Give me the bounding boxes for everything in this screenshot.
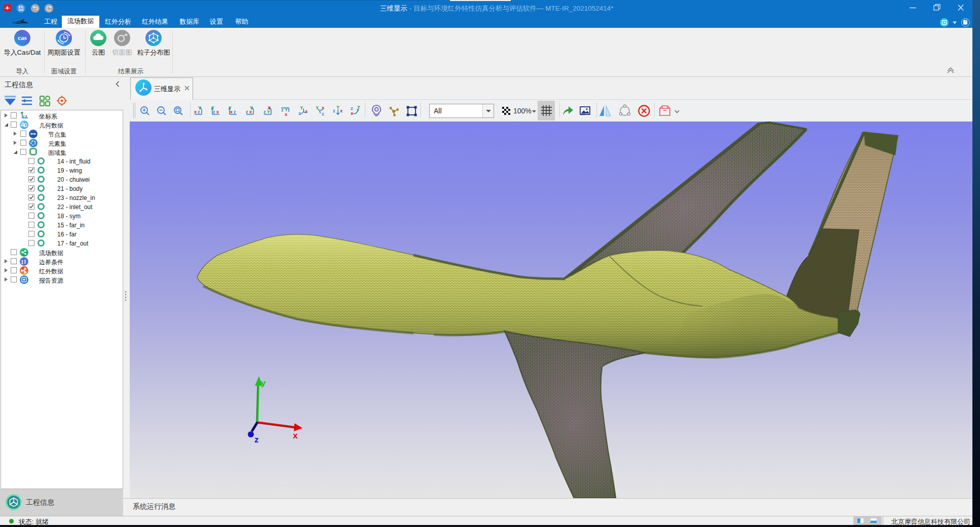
svg-text:z: z xyxy=(333,108,335,113)
svg-text:Y: Y xyxy=(267,109,270,114)
svg-text:x: x xyxy=(305,109,308,114)
svg-text:Y: Y xyxy=(336,105,340,110)
svg-text:x: x xyxy=(340,108,343,113)
svg-text:Y: Y xyxy=(357,105,360,110)
svg-text:x: x xyxy=(351,111,353,116)
svg-text:x: x xyxy=(216,109,219,114)
svg-text:z: z xyxy=(246,109,248,114)
svg-text:Y: Y xyxy=(198,105,201,110)
svg-text:x: x xyxy=(194,109,197,114)
svg-text:z: z xyxy=(298,111,301,116)
svg-text:Y: Y xyxy=(316,105,319,110)
svg-text:Y: Y xyxy=(300,105,303,110)
svg-text:x: x xyxy=(25,114,27,118)
svg-text:z: z xyxy=(263,109,266,114)
svg-text:x: x xyxy=(249,109,252,114)
svg-text:x: x xyxy=(230,109,233,114)
svg-text:z: z xyxy=(281,107,284,112)
svg-text:x: x xyxy=(322,105,324,110)
svg-text:z: z xyxy=(254,435,259,444)
svg-text:z: z xyxy=(322,111,324,116)
svg-text:z: z xyxy=(351,106,353,111)
svg-text:z: z xyxy=(23,114,25,118)
svg-text:x: x xyxy=(293,431,298,440)
svg-text:x: x xyxy=(285,112,287,117)
svg-text:z: z xyxy=(234,109,236,114)
svg-text:z: z xyxy=(213,109,215,114)
svg-text:y: y xyxy=(261,378,266,388)
